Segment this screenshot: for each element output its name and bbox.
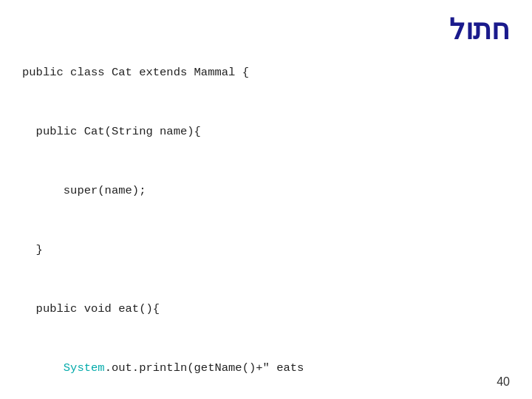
- code-text: super(name);: [22, 184, 146, 197]
- code-line: System.out.println(getName()+" eats: [22, 358, 510, 378]
- code-line: }: [22, 240, 510, 260]
- code-line: super(name);: [22, 181, 510, 201]
- code-cyan: System: [64, 361, 105, 375]
- code-line: public void eat(){: [22, 299, 510, 319]
- code-text: public Cat(String name){: [22, 125, 201, 138]
- code-text: public void eat(){: [22, 302, 160, 316]
- code-line: public class Cat extends Mammal {: [22, 63, 510, 83]
- code-block: public class Cat extends Mammal { public…: [22, 24, 510, 399]
- hebrew-title: חתול: [449, 13, 510, 46]
- code-text: public class Cat extends Mammal {: [22, 66, 249, 79]
- page-number: 40: [497, 375, 510, 389]
- code-text: }: [22, 243, 43, 256]
- code-line: public Cat(String name){: [22, 122, 510, 142]
- code-text: [22, 361, 64, 375]
- slide-container: חתול public class Cat extends Mammal { p…: [0, 0, 532, 399]
- code-text: .out.println(getName()+" eats: [105, 361, 304, 375]
